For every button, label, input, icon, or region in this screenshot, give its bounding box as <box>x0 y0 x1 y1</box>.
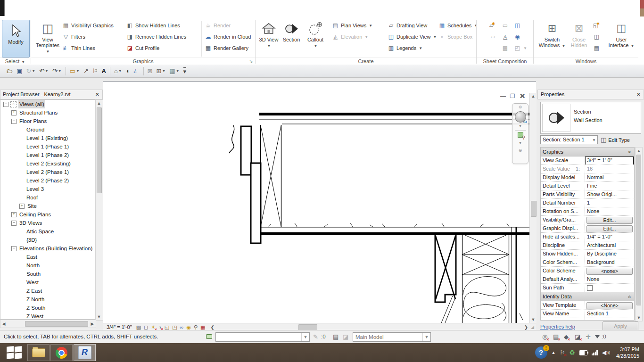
matchline-button[interactable]: ▩ <box>502 43 509 53</box>
tree-item-north[interactable]: North <box>0 261 95 270</box>
property-value[interactable]: Fine <box>585 182 634 190</box>
browser-horizontal-scrollbar[interactable]: ◀ ▶ <box>0 320 96 328</box>
duplicate-view-button[interactable]: ◫Duplicate View ▼ <box>388 32 437 41</box>
show-crop-region-icon[interactable]: ◳ <box>172 324 177 330</box>
save-icon[interactable]: ▣ <box>15 66 24 76</box>
property-value[interactable]: Edit... <box>585 224 634 232</box>
property-value[interactable]: 1/4" = 1'-0" <box>585 233 634 241</box>
tree-item-label[interactable]: Roof <box>25 193 39 202</box>
action-center-flag-icon[interactable]: ⚐✕ <box>560 349 565 356</box>
navigation-bar[interactable]: ⊗ 3D ▾ ⚲ ▾ ⊖ <box>512 103 528 164</box>
property-value[interactable]: <None> <box>585 301 634 309</box>
scroll-right-icon[interactable]: ▶ <box>89 321 96 327</box>
temporary-hide-isolate-icon[interactable]: ∞ <box>180 324 184 330</box>
scroll-down-icon[interactable]: ▼ <box>530 316 537 323</box>
tree-item-label[interactable]: Level 1 (Phase 2) <box>25 151 70 159</box>
network-signal-icon[interactable] <box>592 350 598 355</box>
tree-item-z-south[interactable]: Z South <box>0 304 95 312</box>
section-button[interactable]: Section <box>281 20 302 57</box>
thin-lines-button[interactable]: ≢Thin Lines <box>62 43 95 53</box>
properties-scrollbar[interactable]: ▲ ▼ <box>635 147 643 321</box>
canvas-horizontal-scrollbar[interactable] <box>218 324 521 330</box>
property-value[interactable]: Architectural <box>585 241 634 249</box>
editable-only-icon[interactable]: ✎ <box>313 333 318 340</box>
properties-titlebar[interactable]: Properties ✕ <box>537 90 644 99</box>
hscroll-right-icon[interactable]: ❯ <box>524 325 528 330</box>
property-value[interactable]: Show Origi... <box>585 190 634 198</box>
tree-item-site[interactable]: +Site <box>0 202 95 210</box>
property-value[interactable]: None <box>585 207 634 215</box>
close-icon[interactable]: ✕ <box>636 90 641 99</box>
property-value[interactable]: 1 <box>585 199 634 207</box>
property-value[interactable] <box>585 284 634 292</box>
collapse-icon[interactable]: − <box>11 221 17 226</box>
property-value[interactable]: Normal <box>585 173 634 181</box>
close-icon[interactable]: ✕ <box>95 90 99 99</box>
user-interface-icon[interactable]: ▦▼ <box>167 66 181 76</box>
tree-item-label[interactable]: Level 2 (Phase 1) <box>25 168 70 176</box>
plan-views-button[interactable]: ▤Plan Views ▼ <box>332 21 372 30</box>
legends-button[interactable]: ▥Legends ▼ <box>388 43 422 53</box>
section-icon[interactable]: ◖ <box>124 66 132 76</box>
tree-item-label[interactable]: Level 2 (Exsisting) <box>25 159 72 168</box>
property-button[interactable]: <None> <box>586 302 633 309</box>
project-browser-titlebar[interactable]: Project Browser - Kearny2.rvt ✕ <box>0 90 103 99</box>
render-button[interactable]: ☕Render <box>205 21 231 30</box>
design-option-dropdown[interactable]: Main Model▼ <box>353 332 431 342</box>
scroll-up-icon[interactable]: ▲ <box>530 93 537 99</box>
tree-item-label[interactable]: Structural Plans <box>18 108 58 117</box>
scroll-up-icon[interactable]: ▲ <box>96 100 102 107</box>
3d-view-button[interactable]: 3D View ▼ <box>257 20 280 57</box>
type-selector-preview[interactable]: Section Wall Section <box>540 102 641 134</box>
tree-item-level-2-phase-1[interactable]: Level 2 (Phase 1) <box>0 168 95 176</box>
sun-path-checkbox[interactable] <box>587 285 593 291</box>
worksets-icon[interactable] <box>206 333 212 340</box>
group-header-graphics[interactable]: Graphics« <box>541 148 634 156</box>
wheel-dropdown-icon[interactable]: ▾ <box>519 123 521 128</box>
tree-item-label[interactable]: Level 1 (Existing) <box>25 134 69 142</box>
modify-button[interactable]: Modify <box>2 20 30 58</box>
redo-icon[interactable]: ↷▼ <box>50 66 64 76</box>
start-button[interactable] <box>4 345 25 360</box>
property-value[interactable]: Edit... <box>585 216 634 224</box>
cascade-windows-button[interactable]: ◫ <box>593 32 600 41</box>
view-close-button[interactable]: 🗙 <box>518 93 527 99</box>
tree-item-south[interactable]: South <box>0 270 95 278</box>
canvas-vertical-scrollbar[interactable]: ▲ ▼ <box>529 93 537 323</box>
tree-item-label[interactable]: Floor Plans <box>18 117 48 125</box>
tree-item-label[interactable]: East <box>25 253 38 261</box>
tree-item-level-2-phase-2[interactable]: Level 2 (Phase 2) <box>0 176 95 185</box>
navigation-wheel-icon[interactable]: 3D <box>515 111 526 123</box>
sheet-issues-button[interactable]: ▱ <box>489 32 496 41</box>
collapse-icon[interactable]: − <box>11 246 17 251</box>
property-value[interactable]: None <box>585 275 634 283</box>
properties-scroll-thumb[interactable] <box>636 155 641 305</box>
select-elements-by-face-icon[interactable]: ◪✕ <box>575 333 580 340</box>
tree-item-ground[interactable]: Ground <box>0 125 95 134</box>
scroll-up-icon[interactable]: ▲ <box>636 148 642 154</box>
tree-item-label[interactable]: Z North <box>25 295 45 304</box>
thin-lines-icon[interactable]: ≢ <box>132 66 141 76</box>
navbar-close-icon[interactable]: ⊗ <box>519 105 522 109</box>
select-links-icon[interactable]: ◎✕ <box>542 333 547 340</box>
volume-icon[interactable]: ◀))) <box>602 349 610 356</box>
viewport-dropdown[interactable]: ◰▼ <box>514 43 527 53</box>
tree-item-z-north[interactable]: Z North <box>0 295 95 304</box>
navbar-collapse-icon[interactable]: ⊖ <box>519 148 522 153</box>
property-value[interactable]: 3/4" = 1'-0" <box>585 156 634 165</box>
visibility-graphics-button[interactable]: ▦Visibility/ Graphics <box>62 21 114 30</box>
property-value[interactable]: Section 1 <box>585 310 634 318</box>
tree-item-level-1-phase-2[interactable]: Level 1 (Phase 2) <box>0 151 95 159</box>
tree-item-label[interactable]: Level 3 <box>25 185 45 193</box>
tree-item-label[interactable]: Level 1 (Phase 1) <box>25 142 70 151</box>
visual-style-icon[interactable]: ◻ <box>144 324 148 330</box>
sync-tray-icon[interactable]: ♻ <box>569 349 575 356</box>
select-pinned-elements-icon[interactable]: ◆✕ <box>564 333 569 340</box>
tree-item-label[interactable]: {3D} <box>25 236 38 244</box>
detail-level-icon[interactable]: ▨ <box>136 324 141 330</box>
tree-item-label[interactable]: Ground <box>25 125 45 134</box>
property-button[interactable]: Edit... <box>586 225 633 232</box>
browser-hscroll-thumb[interactable] <box>25 321 88 327</box>
browser-vscroll-thumb[interactable] <box>97 107 102 193</box>
canvas-vscroll-thumb[interactable] <box>531 201 537 217</box>
